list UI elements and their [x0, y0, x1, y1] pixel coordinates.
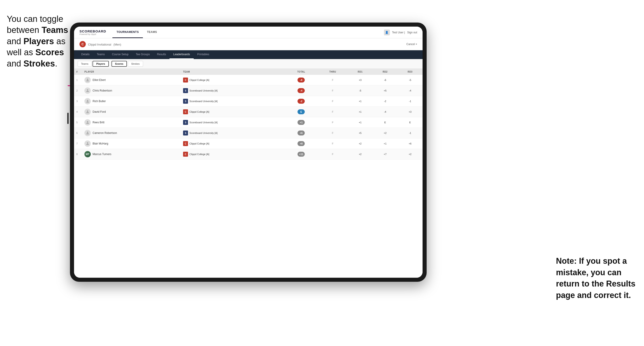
cell-thru: F	[318, 149, 348, 160]
toggle-teams-button[interactable]: Teams	[78, 61, 92, 67]
cell-rd2: E	[373, 117, 398, 128]
cell-player: Cameron Robertson	[82, 128, 181, 138]
logo-title: SCOREBOARD	[80, 29, 106, 33]
svg-point-6	[87, 132, 88, 133]
col-rd1: RD1	[348, 69, 373, 75]
tablet-screen: SCOREBOARD Powered by clippd TOURNAMENTS…	[74, 27, 422, 278]
nav-teams[interactable]: TEAMS	[143, 27, 161, 38]
tab-course-setup[interactable]: Course Setup	[108, 50, 132, 59]
cell-thru: F	[318, 117, 348, 128]
cell-player: Blair McHarg	[82, 138, 181, 149]
table-row: 8 MT Marcus Turners C Clippd College [A]…	[74, 149, 422, 160]
cell-rd2: -6	[373, 75, 398, 85]
tab-tee-groups[interactable]: Tee Groups	[132, 50, 153, 59]
svg-point-2	[87, 89, 88, 91]
table-row: 4 David Ford C Clippd College [A] E F +1…	[74, 107, 422, 117]
tab-printables[interactable]: Printables	[194, 50, 213, 59]
cell-player: Rees Britt	[82, 117, 181, 128]
col-total: TOTAL	[285, 69, 318, 75]
tournament-name: Clippd Invitational (Men)	[88, 42, 121, 46]
cell-rd1: +2	[348, 138, 373, 149]
tab-details[interactable]: Details	[78, 50, 93, 59]
table-row: 6 Cameron Robertson S Scoreboard Univers…	[74, 128, 422, 138]
table-row: 3 Rich Butler S Scoreboard University [A…	[74, 96, 422, 107]
cell-thru: F	[318, 96, 348, 107]
cancel-button[interactable]: Cancel ×	[406, 43, 417, 46]
nav-links: TOURNAMENTS TEAMS	[112, 27, 161, 38]
cell-rd1: +3	[348, 75, 373, 85]
cell-rd2: +1	[373, 138, 398, 149]
cell-total: +11	[285, 149, 318, 160]
teams-bold: Teams	[42, 25, 68, 35]
sub-navigation: Details Teams Course Setup Tee Groups Re…	[74, 50, 422, 59]
tab-teams[interactable]: Teams	[93, 50, 108, 59]
nav-right: 👤 Test User | Sign out	[384, 29, 417, 35]
leaderboard-table: # PLAYER TEAM TOTAL THRU RD1 RD2 RD3 1	[74, 69, 422, 278]
cell-player: MT Marcus Turners	[82, 149, 181, 160]
scoreboard-logo: SCOREBOARD Powered by clippd	[80, 29, 106, 35]
svg-point-3	[87, 100, 88, 101]
cell-rd2: -4	[373, 107, 398, 117]
cell-rd3: +3	[398, 107, 422, 117]
cell-total: -4	[285, 85, 318, 96]
svg-point-1	[87, 79, 88, 80]
col-player: PLAYER	[82, 69, 181, 75]
cell-player: Elliot Ebert	[82, 75, 181, 85]
cell-rd3: +2	[398, 149, 422, 160]
cell-player: Rich Butler	[82, 96, 181, 107]
toggle-strokes-button[interactable]: Strokes	[128, 61, 143, 67]
cell-rd3: -5	[398, 75, 422, 85]
cell-rank: 3	[74, 96, 82, 107]
left-annotation: You can toggle between Teams and Players…	[7, 13, 70, 69]
cell-total: -8	[285, 75, 318, 85]
cell-thru: F	[318, 75, 348, 85]
players-bold: Players	[24, 36, 54, 46]
cell-rd2: +2	[373, 128, 398, 138]
col-team: TEAM	[181, 69, 285, 75]
cell-thru: F	[318, 107, 348, 117]
cell-player: Chris Robertson	[82, 85, 181, 96]
cell-rd2: +5	[373, 85, 398, 96]
cell-team: S Scoreboard University [A]	[181, 85, 285, 96]
cell-rd1: +1	[348, 107, 373, 117]
cell-rank: 8	[74, 149, 82, 160]
user-icon: 👤	[384, 29, 390, 35]
cell-rd3: -4	[398, 85, 422, 96]
cell-thru: F	[318, 138, 348, 149]
toggle-scores-button[interactable]: Scores	[112, 61, 127, 67]
tab-leaderboards[interactable]: Leaderboards	[170, 50, 194, 59]
cell-team: C Clippd College [A]	[181, 149, 285, 160]
logo-sub: Powered by clippd	[80, 33, 106, 35]
cell-total: E	[285, 107, 318, 117]
cell-team: C Clippd College [A]	[181, 107, 285, 117]
svg-point-7	[87, 142, 88, 144]
toggle-players-button[interactable]: Players	[92, 61, 108, 67]
tablet-frame: SCOREBOARD Powered by clippd TOURNAMENTS…	[70, 22, 426, 282]
cell-thru: F	[318, 128, 348, 138]
col-rank: #	[74, 69, 82, 75]
table-row: 2 Chris Robertson S Scoreboard Universit…	[74, 85, 422, 96]
col-rd2: RD2	[373, 69, 398, 75]
tab-results[interactable]: Results	[153, 50, 170, 59]
scores-bold: Scores	[36, 48, 64, 57]
cell-total: +6	[285, 128, 318, 138]
cell-rank: 6	[74, 128, 82, 138]
svg-point-4	[87, 110, 88, 112]
table-row: 7 Blair McHarg C Clippd College [A] +8 F…	[74, 138, 422, 149]
table-row: 1 Elliot Ebert C Clippd College [A] -8 F…	[74, 75, 422, 85]
right-annotation: Note: If you spot a mistake, you can ret…	[556, 255, 637, 301]
cell-total: -2	[285, 96, 318, 107]
cell-rd1: -5	[348, 85, 373, 96]
svg-point-5	[87, 121, 88, 122]
top-navigation: SCOREBOARD Powered by clippd TOURNAMENTS…	[74, 27, 422, 38]
toggle-row: Teams Players Scores Strokes	[74, 59, 422, 69]
cell-rank: 4	[74, 107, 82, 117]
nav-tournaments[interactable]: TOURNAMENTS	[112, 27, 143, 38]
sign-out-link[interactable]: Sign out	[407, 31, 417, 34]
players-table: # PLAYER TEAM TOTAL THRU RD1 RD2 RD3 1	[74, 69, 422, 160]
cell-rank: 1	[74, 75, 82, 85]
cell-rd1: +5	[348, 128, 373, 138]
cell-team: S Scoreboard University [A]	[181, 117, 285, 128]
cell-team: C Clippd College [A]	[181, 138, 285, 149]
tablet-side-button	[67, 113, 68, 124]
